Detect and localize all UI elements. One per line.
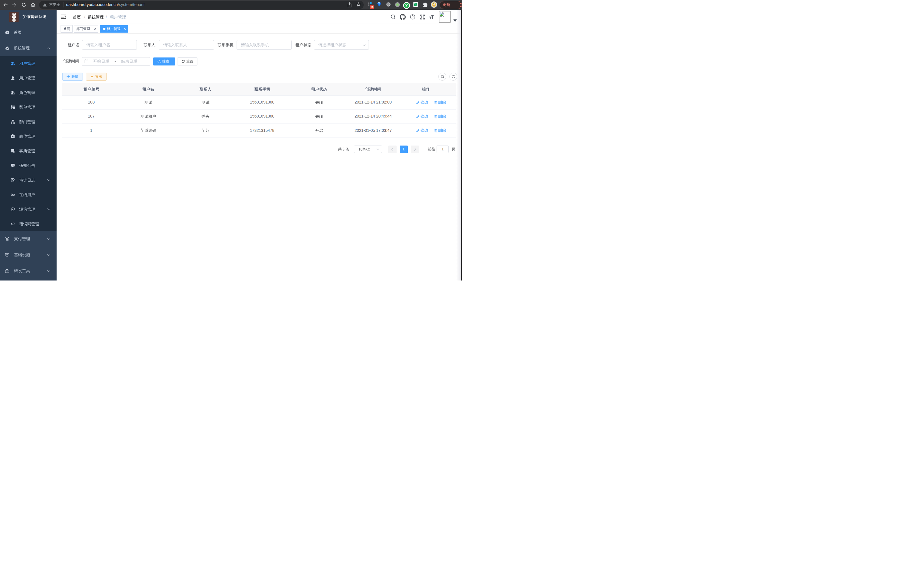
svg-text:10: 10 [370,5,374,9]
